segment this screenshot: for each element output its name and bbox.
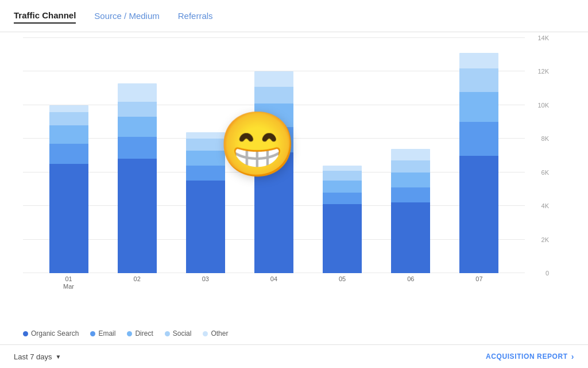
bar-segment-organic — [254, 152, 293, 273]
legend-item: Social — [165, 329, 192, 338]
tab-traffic-channel[interactable]: Traffic Channel — [14, 10, 76, 24]
y-label: 0 — [546, 270, 549, 277]
bar-segment-email — [459, 122, 498, 155]
legend-label: Organic Search — [31, 329, 79, 338]
bar-segment-social — [323, 171, 362, 181]
bar-stack[interactable] — [391, 149, 430, 273]
bar-group — [46, 38, 92, 273]
bar-segment-organic — [186, 181, 225, 273]
y-label: 4K — [541, 202, 549, 209]
x-label: 03 — [183, 273, 229, 290]
bar-segment-other — [323, 166, 362, 171]
header-tabs: Traffic Channel Source / Medium Referral… — [0, 0, 588, 32]
legend-item: Direct — [127, 329, 153, 338]
y-label: 10K — [537, 102, 549, 109]
x-label: 01Mar — [46, 273, 92, 290]
bar-stack[interactable] — [49, 105, 88, 273]
bar-group — [114, 38, 160, 273]
chart-area: 02K4K6K8K10K12K14K 01Mar020304050607 😁 — [0, 32, 588, 325]
bar-segment-direct — [391, 172, 430, 187]
bar-group — [319, 38, 365, 273]
y-label: 6K — [541, 169, 549, 176]
chevron-down-icon: ▼ — [56, 354, 61, 360]
x-label: 07 — [456, 273, 502, 290]
chart-inner: 02K4K6K8K10K12K14K 01Mar020304050607 😁 — [23, 38, 554, 290]
legend-label: Social — [173, 329, 192, 338]
bar-stack[interactable] — [118, 83, 157, 273]
bar-segment-other — [186, 132, 225, 139]
bar-segment-social — [49, 112, 88, 125]
bar-segment-direct — [186, 151, 225, 166]
bar-segment-email — [49, 144, 88, 164]
tab-referrals[interactable]: Referrals — [178, 11, 213, 23]
bar-segment-social — [118, 102, 157, 117]
bar-stack[interactable] — [459, 53, 498, 273]
acquisition-report-link[interactable]: ACQUISITION REPORT › — [486, 352, 574, 361]
y-label: 14K — [537, 34, 549, 41]
x-label: 05 — [319, 273, 365, 290]
bar-segment-organic — [49, 164, 88, 273]
bar-segment-email — [391, 187, 430, 202]
x-label: 02 — [114, 273, 160, 290]
legend: Organic SearchEmailDirectSocialOther — [0, 325, 588, 344]
bar-stack[interactable] — [323, 166, 362, 273]
report-label: ACQUISITION REPORT — [486, 352, 568, 361]
bar-group — [183, 38, 229, 273]
bar-segment-email — [186, 166, 225, 181]
bar-segment-email — [323, 193, 362, 204]
legend-item: Email — [90, 329, 115, 338]
bar-segment-direct — [254, 103, 293, 127]
bar-segment-direct — [118, 117, 157, 137]
chevron-right-icon: › — [571, 352, 574, 361]
bar-segment-other — [254, 71, 293, 86]
tab-source-medium[interactable]: Source / Medium — [94, 11, 159, 23]
y-label: 8K — [541, 135, 549, 142]
bar-group — [388, 38, 434, 273]
bar-segment-social — [254, 87, 293, 103]
bars-container — [23, 38, 525, 273]
legend-label: Other — [211, 329, 228, 338]
bar-segment-other — [459, 53, 498, 68]
legend-item: Other — [203, 329, 228, 338]
bar-segment-social — [459, 68, 498, 92]
bar-segment-other — [391, 149, 430, 160]
main-container: Traffic Channel Source / Medium Referral… — [0, 0, 588, 368]
bar-segment-organic — [323, 204, 362, 273]
legend-dot — [90, 331, 95, 336]
y-label: 2K — [541, 236, 549, 243]
bar-segment-social — [391, 160, 430, 172]
legend-dot — [127, 331, 132, 336]
x-label: 04 — [251, 273, 297, 290]
footer: Last 7 days ▼ ACQUISITION REPORT › — [0, 344, 588, 368]
bar-segment-organic — [118, 159, 157, 273]
bar-group — [251, 38, 297, 273]
bar-segment-email — [118, 137, 157, 159]
bar-segment-direct — [49, 125, 88, 144]
bar-segment-organic — [391, 202, 430, 273]
bar-segment-direct — [323, 181, 362, 192]
period-label: Last 7 days — [14, 352, 52, 361]
bar-segment-organic — [459, 156, 498, 273]
legend-item: Organic Search — [23, 329, 79, 338]
legend-dot — [165, 331, 170, 336]
bar-segment-social — [186, 139, 225, 150]
bar-segment-other — [118, 83, 157, 102]
legend-dot — [203, 331, 208, 336]
bar-group — [456, 38, 502, 273]
y-label: 12K — [537, 68, 549, 75]
bar-segment-other — [49, 105, 88, 112]
legend-label: Direct — [135, 329, 153, 338]
x-label: 06 — [388, 273, 434, 290]
bar-stack[interactable] — [254, 71, 293, 273]
bar-segment-direct — [459, 92, 498, 122]
bar-stack[interactable] — [186, 132, 225, 273]
legend-label: Email — [98, 329, 115, 338]
y-axis: 02K4K6K8K10K12K14K — [525, 38, 554, 273]
legend-dot — [23, 331, 28, 336]
bar-segment-email — [254, 127, 293, 152]
x-axis: 01Mar020304050607 — [23, 273, 525, 290]
period-selector[interactable]: Last 7 days ▼ — [14, 352, 61, 361]
